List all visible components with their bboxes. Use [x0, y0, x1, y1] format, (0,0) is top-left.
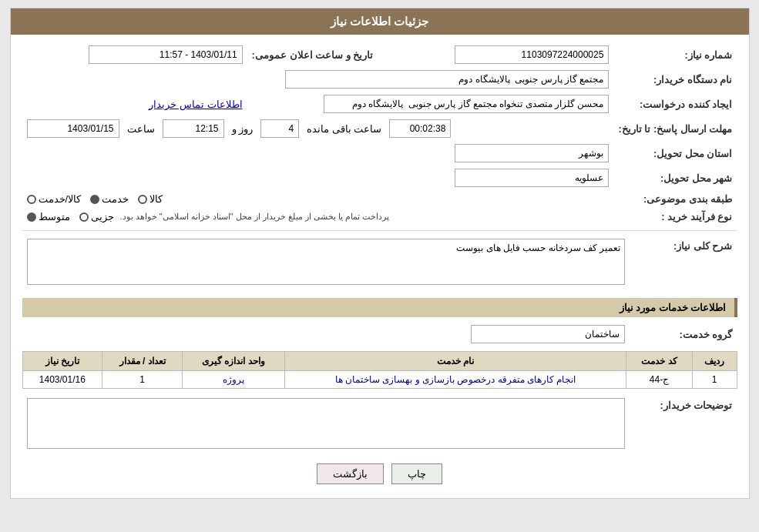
page-header: جزئیات اطلاعات نیاز: [11, 8, 749, 35]
buyer-org-input[interactable]: [285, 70, 609, 89]
category-khidmat-label: خدمت: [102, 193, 129, 205]
row-process: نوع فرآیند خرید : متوسط جزیی: [22, 208, 737, 226]
row-buyer-org: نام دستگاه خریدار:: [22, 67, 737, 92]
service-group-table: گروه خدمت:: [22, 322, 737, 346]
buyer-notes-textarea[interactable]: [27, 398, 625, 449]
announce-date-label: تاریخ و ساعت اعلان عمومی:: [247, 42, 389, 67]
category-khidmat[interactable]: خدمت: [90, 193, 129, 205]
page-title: جزئیات اطلاعات نیاز: [331, 15, 428, 28]
buyer-notes-table: توضیحات خریدار:: [22, 395, 737, 454]
category-label: طبقه بندی موضوعی:: [613, 190, 737, 208]
reply-time-input[interactable]: [163, 119, 224, 138]
main-container: جزئیات اطلاعات نیاز شماره نیاز: تاریخ و …: [10, 8, 750, 499]
cell-qty: 1: [102, 371, 183, 389]
col-date: تاریخ نیاز: [22, 352, 102, 371]
row-category: طبقه بندی موضوعی: کالا/خدمت خدمت کالا: [22, 190, 737, 208]
radio-khidmat[interactable]: [90, 195, 99, 204]
row-service-group: گروه خدمت:: [22, 322, 737, 346]
services-list-table: ردیف کد خدمت نام خدمت واحد اندازه گیری ت…: [22, 351, 737, 389]
category-kala[interactable]: کالا: [138, 193, 163, 205]
services-table-header: ردیف کد خدمت نام خدمت واحد اندازه گیری ت…: [22, 352, 737, 371]
table-row: 1 ج-44 انجام کارهای متفرقه درخصوص بازساز…: [22, 371, 737, 389]
creator-input[interactable]: [324, 95, 609, 113]
cell-code: ج-44: [626, 371, 692, 389]
need-number-label: شماره نیاز:: [613, 42, 737, 67]
category-kala-khidmat[interactable]: کالا/خدمت: [27, 193, 82, 205]
buyer-org-label: نام دستگاه خریدار:: [613, 67, 737, 92]
services-table-body: 1 ج-44 انجام کارهای متفرقه درخصوص بازساز…: [22, 371, 737, 389]
province-input[interactable]: [455, 144, 609, 162]
description-textarea[interactable]: تعمیر کف سردخانه حسب فایل های بیوست: [27, 239, 625, 285]
info-table: شماره نیاز: تاریخ و ساعت اعلان عمومی: نا…: [22, 42, 737, 226]
process-note: پرداخت تمام یا بخشی از مبلغ خریدار از مح…: [120, 212, 390, 222]
reply-deadline-label: مهلت ارسال پاسخ: تا تاریخ:: [613, 116, 737, 141]
cell-date: 1403/01/16: [22, 371, 102, 389]
reply-remain-input[interactable]: [389, 119, 451, 138]
reply-time-label: ساعت: [127, 123, 155, 135]
radio-kala[interactable]: [138, 195, 147, 204]
reply-date-input[interactable]: [27, 119, 119, 138]
row-need-number: شماره نیاز: تاریخ و ساعت اعلان عمومی:: [22, 42, 737, 67]
row-buyer-notes: توضیحات خریدار:: [22, 395, 737, 454]
process-mutavasit[interactable]: متوسط: [27, 211, 70, 223]
description-label: شرح کلی نیاز:: [630, 236, 737, 290]
radio-mutavasit[interactable]: [27, 212, 36, 222]
col-row: ردیف: [692, 352, 737, 371]
process-mutavasit-label: متوسط: [39, 211, 70, 223]
cell-row: 1: [692, 371, 737, 389]
announce-date-input[interactable]: [89, 45, 243, 64]
cell-name: انجام کارهای متفرقه درخصوص بازسازی و بهس…: [284, 371, 626, 389]
process-jozi-label: جزیی: [91, 211, 114, 223]
buyer-notes-label: توضیحات خریدار:: [630, 395, 737, 454]
col-name: نام خدمت: [284, 352, 626, 371]
contact-link[interactable]: اطلاعات تماس خریدار: [149, 99, 242, 110]
creator-label: ایجاد کننده درخواست:: [613, 92, 737, 116]
process-label: نوع فرآیند خرید :: [613, 208, 737, 226]
button-bar: چاپ بازگشت: [22, 463, 737, 484]
need-number-input[interactable]: [455, 45, 609, 64]
service-group-label: گروه خدمت:: [630, 322, 737, 346]
description-table: شرح کلی نیاز: تعمیر کف سردخانه حسب فایل …: [22, 236, 737, 290]
city-label: شهر محل تحویل:: [613, 166, 737, 190]
col-code: کد خدمت: [626, 352, 692, 371]
radio-jozi[interactable]: [79, 212, 89, 222]
process-jozi[interactable]: جزیی: [79, 211, 114, 223]
col-unit: واحد اندازه گیری: [182, 352, 284, 371]
back-button[interactable]: بازگشت: [317, 463, 384, 484]
province-label: استان محل تحویل:: [613, 141, 737, 166]
services-section-title: اطلاعات خدمات مورد نیاز: [22, 298, 737, 317]
reply-days-label: روز و: [232, 123, 254, 135]
reply-days-input[interactable]: [260, 119, 299, 138]
city-input[interactable]: [455, 169, 609, 187]
service-group-input[interactable]: [471, 325, 625, 343]
reply-remain-label: ساعت باقی مانده: [307, 123, 381, 135]
row-reply-deadline: مهلت ارسال پاسخ: تا تاریخ: ساعت روز و سا…: [22, 116, 737, 141]
print-button[interactable]: چاپ: [391, 463, 442, 484]
row-description: شرح کلی نیاز: تعمیر کف سردخانه حسب فایل …: [22, 236, 737, 290]
cell-unit: پروژه: [182, 371, 284, 389]
radio-kala-khidmat[interactable]: [27, 195, 36, 204]
row-province: استان محل تحویل:: [22, 141, 737, 166]
content-area: شماره نیاز: تاریخ و ساعت اعلان عمومی: نا…: [11, 35, 749, 498]
category-kala-label: کالا: [149, 193, 163, 205]
row-city: شهر محل تحویل:: [22, 166, 737, 190]
category-kala-khidmat-label: کالا/خدمت: [39, 193, 82, 205]
col-qty: تعداد / مقدار: [102, 352, 183, 371]
row-creator: ایجاد کننده درخواست: اطلاعات تماس خریدار: [22, 92, 737, 116]
